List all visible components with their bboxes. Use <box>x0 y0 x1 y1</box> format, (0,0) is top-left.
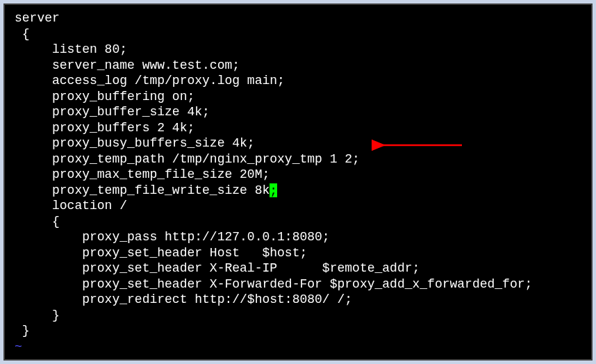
code-line: listen 80; <box>5 42 591 58</box>
code-line: proxy_redirect http://$host:8080/ /; <box>5 292 591 308</box>
code-line: proxy_buffers 2 4k; <box>5 120 591 136</box>
annotation-arrow-icon <box>372 138 469 152</box>
code-line: proxy_buffer_size 4k; <box>5 104 591 120</box>
terminal-window[interactable]: server { listen 80; server_name www.test… <box>3 3 593 361</box>
code-line: proxy_pass http://127.0.0.1:8080; <box>5 229 591 245</box>
code-line: proxy_set_header X-Forwarded-For $proxy_… <box>5 276 591 292</box>
code-line: location / <box>5 198 591 214</box>
code-line: { <box>5 214 591 230</box>
code-line: proxy_busy_buffers_size 4k; <box>5 135 591 151</box>
code-line: { <box>5 26 591 42</box>
code-line: proxy_temp_path /tmp/nginx_proxy_tmp 1 2… <box>5 151 591 167</box>
code-line: } <box>5 308 591 324</box>
code-line: server <box>5 10 591 26</box>
code-line: proxy_set_header Host $host; <box>5 245 591 261</box>
code-line: server_name www.test.com; <box>5 58 591 74</box>
code-line: access_log /tmp/proxy.log main; <box>5 73 591 89</box>
code-line: proxy_set_header X-Real-IP $remote_addr; <box>5 260 591 276</box>
vim-tilde: ~ <box>5 339 591 355</box>
cursor-icon: ; <box>270 183 277 197</box>
code-line: proxy_buffering on; <box>5 89 591 105</box>
code-line: proxy_max_temp_file_size 20M; <box>5 167 591 183</box>
code-line: } <box>5 323 591 339</box>
code-line-cursor: proxy_temp_file_write_size 8k; <box>5 183 591 199</box>
